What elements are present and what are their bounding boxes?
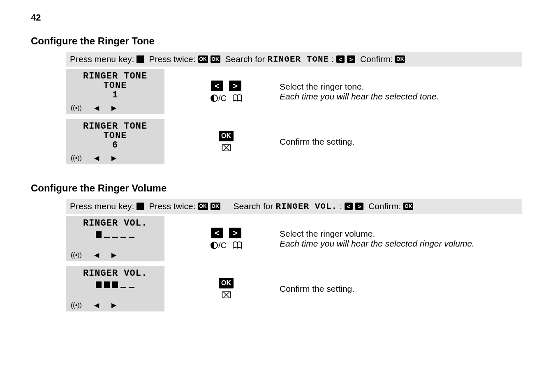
volume-bar-filled — [112, 281, 118, 288]
control-icons: < > /C — [181, 81, 271, 103]
volume-bar-filled — [96, 281, 102, 288]
search-target: RINGER VOL. — [276, 202, 338, 211]
instr-search: Search for RINGER VOL.: < > — [234, 201, 363, 211]
lcd-line: RINGER TONE — [69, 71, 161, 81]
step-row-vol-confirm: RINGER VOL. ((•)) ◀ ▶ OK ⌧ Confirm the s… — [66, 264, 522, 314]
ok-icon: OK — [211, 203, 220, 210]
signal-icon: ((•)) — [71, 251, 82, 259]
ok-icon: OK — [395, 55, 405, 63]
instr-press-twice: Press twice: OK OK — [149, 201, 220, 211]
lcd-line: RINGER TONE — [69, 122, 161, 131]
left-arrow-icon: < — [211, 81, 223, 91]
right-triangle-icon: ▶ — [111, 154, 116, 162]
volume-bar-empty — [120, 237, 126, 238]
label: Search for — [225, 54, 265, 64]
volume-bar-filled — [104, 281, 110, 288]
ok-icon: OK — [198, 203, 208, 210]
label: Confirm: — [368, 201, 401, 211]
control-icons: < > /C — [181, 228, 271, 250]
ok-icon: OK — [198, 55, 208, 63]
left-triangle-icon: ◀ — [94, 104, 99, 112]
desc-main: Select the ringer volume. — [280, 229, 522, 239]
instruction-bar-volume: Press menu key: Press twice: OK OK Searc… — [66, 199, 522, 214]
label: Press twice: — [149, 201, 195, 211]
lcd-line: 1 — [69, 90, 161, 100]
volume-bar-empty — [129, 287, 134, 288]
instr-confirm: Confirm: OK — [368, 201, 413, 211]
instruction-bar-tone: Press menu key: Press twice: OK OK Searc… — [66, 52, 522, 67]
label: Press menu key: — [70, 201, 134, 211]
step-description: Confirm the setting. — [280, 137, 522, 147]
label: Search for — [234, 201, 273, 211]
lcd-display: RINGER VOL. ((•)) ◀ ▶ — [66, 216, 164, 261]
lcd-line: 6 — [69, 141, 161, 150]
page-number: 42 — [31, 12, 522, 23]
step-row-tone-select: RINGER TONE TONE 1 ((•)) ◀ ▶ < > /C — [66, 67, 522, 117]
lcd-line: TONE — [69, 131, 161, 141]
lcd-line: RINGER VOL. — [69, 219, 161, 228]
ok-icon: OK — [403, 203, 413, 210]
ok-icon: OK — [219, 278, 234, 288]
ok-icon: OK — [219, 131, 234, 141]
ok-icon: OK — [211, 55, 220, 63]
desc-main: Confirm the setting. — [280, 137, 522, 147]
right-arrow-icon: > — [355, 203, 363, 210]
step-row-vol-select: RINGER VOL. ((•)) ◀ ▶ < > /C — [66, 214, 522, 264]
label: Confirm: — [360, 54, 393, 64]
step-description: Confirm the setting. — [280, 284, 522, 294]
right-arrow-icon: > — [229, 228, 241, 238]
moon-c-icon: /C — [210, 241, 227, 250]
search-target: RINGER TONE — [268, 55, 329, 64]
lcd-display: RINGER TONE TONE 1 ((•)) ◀ ▶ — [66, 69, 164, 114]
signal-icon: ((•)) — [71, 302, 82, 309]
left-triangle-icon: ◀ — [94, 301, 99, 309]
c-label: /C — [218, 94, 227, 103]
instr-press-twice: Press twice: OK OK — [149, 54, 220, 64]
right-triangle-icon: ▶ — [111, 251, 116, 259]
lcd-display: RINGER VOL. ((•)) ◀ ▶ — [66, 266, 164, 311]
volume-bars — [69, 230, 161, 238]
left-arrow-icon: < — [336, 55, 345, 63]
right-triangle-icon: ▶ — [111, 301, 116, 309]
right-triangle-icon: ▶ — [111, 104, 116, 112]
manual-page: 42 Configure the Ringer Tone Press menu … — [0, 0, 553, 330]
instr-confirm: Confirm: OK — [360, 54, 405, 64]
right-arrow-icon: > — [347, 55, 355, 63]
moon-c-icon: /C — [210, 94, 227, 103]
desc-note: Each time you will hear the selected rin… — [280, 239, 522, 249]
label: Press menu key: — [70, 54, 134, 64]
volume-bar-empty — [129, 237, 134, 238]
step-description: Select the ringer volume. Each time you … — [280, 229, 522, 249]
volume-bar-filled — [96, 231, 102, 238]
volume-bar-empty — [104, 237, 110, 238]
desc-note: Each time you will hear the selected ton… — [280, 92, 522, 101]
step-row-tone-confirm: RINGER TONE TONE 6 ((•)) ◀ ▶ OK ⌧ Confir… — [66, 117, 522, 167]
instr-search: Search for RINGER TONE: < > — [225, 54, 355, 64]
instr-press-menu: Press menu key: — [70, 201, 144, 211]
section-title-ringer-volume: Configure the Ringer Volume — [31, 182, 522, 194]
label: Press twice: — [149, 54, 195, 64]
volume-bars — [69, 280, 161, 288]
c-label: /C — [218, 241, 227, 250]
control-icons: OK ⌧ — [181, 131, 271, 153]
section-title-ringer-tone: Configure the Ringer Tone — [31, 35, 522, 47]
volume-bar-empty — [112, 237, 118, 238]
volume-bar-empty — [120, 287, 126, 288]
cancel-box-icon: ⌧ — [221, 144, 231, 153]
left-arrow-icon: < — [345, 203, 353, 210]
book-icon — [232, 241, 242, 249]
cancel-box-icon: ⌧ — [221, 291, 231, 300]
control-icons: OK ⌧ — [181, 278, 271, 300]
lcd-line: RINGER VOL. — [69, 269, 161, 278]
lcd-line: TONE — [69, 81, 161, 90]
desc-main: Select the ringer tone. — [280, 82, 522, 92]
signal-icon: ((•)) — [71, 154, 82, 162]
menu-key-icon — [137, 55, 144, 63]
signal-icon: ((•)) — [71, 104, 82, 112]
book-icon — [232, 94, 242, 102]
lcd-display: RINGER TONE TONE 6 ((•)) ◀ ▶ — [66, 119, 164, 164]
step-description: Select the ringer tone. Each time you wi… — [280, 82, 522, 101]
desc-main: Confirm the setting. — [280, 284, 522, 294]
menu-key-icon — [137, 203, 144, 210]
left-triangle-icon: ◀ — [94, 154, 99, 162]
